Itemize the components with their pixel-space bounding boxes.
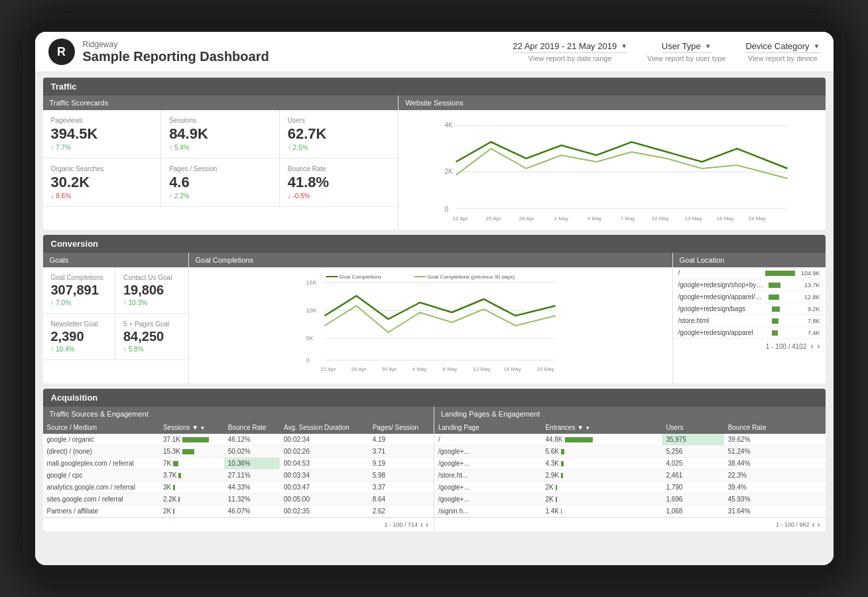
scorecard-pageviews: Pageviews 394.5K ↑ 7.7% (43, 110, 162, 159)
svg-text:5K: 5K (306, 335, 313, 342)
svg-text:12 May: 12 May (473, 366, 490, 372)
header-left: R Ridgeway Sample Reporting Dashboard (48, 38, 269, 65)
landing-pagination: 1 - 100 / 962 ‹ › (434, 517, 826, 531)
source-medium: Partners / affiliate (43, 505, 159, 517)
bounce-cell: 38.44% (724, 458, 826, 470)
location-val: 12.8K (804, 294, 820, 300)
goal-completions-svg: 15K 10K 5K 0 (194, 273, 667, 375)
location-next-arrow-icon[interactable]: › (818, 342, 820, 351)
device-dropdown[interactable]: Device Category ▼ (745, 41, 820, 53)
location-row: / 104.9K (673, 267, 826, 279)
scorecard-value-pageviews: 394.5K (51, 125, 153, 143)
goal-location-panel: Goal Location / 104.9K /google+redesign/… (673, 253, 826, 383)
sources-next-arrow-icon[interactable]: › (426, 520, 428, 529)
table-row: /store.ht... 2.9K 2,461 22.3% (434, 470, 826, 482)
device-value: Device Category (745, 41, 809, 51)
location-row: /google+redesign/apparel/m... 12.8K (673, 291, 826, 303)
location-bar (769, 295, 779, 300)
svg-text:1 May: 1 May (554, 216, 569, 222)
svg-text:16 May: 16 May (503, 366, 521, 372)
location-val: 7.4K (808, 330, 820, 336)
avg-duration: 00:05:00 (280, 494, 369, 505)
pages-session: 2.62 (369, 505, 434, 517)
goal-label-newsletter: Newsletter Goal (51, 320, 107, 328)
tablet-screen: R Ridgeway Sample Reporting Dashboard 22… (35, 32, 834, 565)
source-medium: google / cpc (43, 470, 159, 482)
date-filter-label: View report by date range (528, 54, 612, 62)
landing-prev-arrow-icon[interactable]: ‹ (812, 520, 815, 529)
pages-session: 5.98 (369, 470, 434, 482)
sessions-cell: 7K (159, 458, 224, 470)
table-row: (direct) / (none) 15.3K 50.02% 00:02:26 … (43, 446, 434, 458)
goal-value-5pages: 84,250 (123, 329, 180, 344)
users-cell: 5,256 (662, 446, 723, 458)
sources-pagination-text: 1 - 100 / 714 (384, 521, 418, 528)
goal-label-5pages: 5 + Pages Goal (123, 320, 180, 328)
th-avg-session: Avg. Session Duration (280, 421, 369, 434)
goal-completions-chart-panel: Goal Completions 15K 10K 5K 0 (189, 253, 673, 383)
sessions-cell: 3K (159, 482, 224, 494)
device-filter-group: Device Category ▼ View report by device (745, 41, 820, 62)
traffic-section-header: Traffic (43, 78, 826, 96)
location-bar-container (772, 318, 805, 324)
brand-name: Ridgeway (83, 40, 269, 49)
location-bar (772, 306, 780, 312)
landing-next-arrow-icon[interactable]: › (818, 520, 820, 529)
traffic-sources-table: Source / Medium Sessions ▼ Bounce Rate A… (43, 421, 434, 517)
svg-text:10K: 10K (306, 307, 316, 314)
svg-text:15K: 15K (306, 279, 316, 286)
entrances-cell: 2.9K (541, 470, 662, 482)
table-row: Partners / affiliate 2K 46.07% 00:02:35 … (43, 505, 434, 517)
avg-duration: 00:04:53 (280, 458, 369, 470)
goal-card-newsletter: Newsletter Goal 2,390 ↑ 10.4% (43, 314, 116, 360)
goals-panel: Goals Goal Completions 307,891 ↑ 7.0% Co… (43, 253, 189, 383)
scorecard-label-pages-session: Pages / Session (169, 165, 271, 172)
bounce-rate: 46.12% (224, 434, 280, 446)
device-filter-label: View report by device (748, 54, 818, 62)
conversion-section-body: Goals Goal Completions 307,891 ↑ 7.0% Co… (43, 253, 826, 383)
acquisition-section-body: Traffic Sources & Engagement Source / Me… (43, 407, 826, 531)
svg-text:4 May: 4 May (412, 366, 426, 372)
bounce-rate: 46.07% (224, 505, 280, 517)
th-entrances[interactable]: Entrances ▼ (541, 421, 662, 434)
scorecard-value-pages-session: 4.6 (169, 174, 271, 191)
header-filters: 22 Apr 2019 - 21 May 2019 ▼ View report … (513, 41, 820, 62)
scorecard-label-bounce: Bounce Rate (288, 165, 391, 172)
location-row: /google+redesign/apparel 7.4K (673, 327, 826, 339)
traffic-section: Traffic Traffic Scorecards Pageviews 394… (43, 78, 826, 230)
source-medium: analytics.google.com / referral (43, 482, 159, 494)
th-source-medium: Source / Medium (43, 421, 159, 434)
bounce-cell: 39.4% (724, 482, 826, 494)
svg-text:20 May: 20 May (536, 366, 554, 372)
location-bar (772, 330, 778, 336)
scorecard-label-sessions: Sessions (169, 117, 271, 124)
location-path: /google+redesign/bags (678, 305, 769, 312)
scorecard-sessions: Sessions 84.9K ↑ 5.4% (161, 110, 280, 159)
user-type-dropdown[interactable]: User Type ▼ (662, 41, 712, 53)
landing-page: /store.ht... (434, 470, 541, 482)
location-prev-arrow-icon[interactable]: ‹ (811, 342, 814, 351)
sessions-chart-header: Website Sessions (399, 96, 825, 110)
date-filter-dropdown[interactable]: 22 Apr 2019 - 21 May 2019 ▼ (513, 41, 627, 53)
location-val: 13.7K (804, 282, 820, 289)
users-cell: 2,461 (662, 470, 723, 482)
th-pages-session: Pages/ Session (369, 421, 434, 434)
source-medium: sites.google.com / referral (43, 494, 159, 505)
avg-duration: 00:03:34 (280, 470, 369, 482)
source-medium: mall.googleplex.com / referral (43, 458, 159, 470)
svg-text:19 May: 19 May (749, 216, 766, 222)
th-sessions[interactable]: Sessions ▼ (159, 421, 224, 434)
sources-prev-arrow-icon[interactable]: ‹ (420, 520, 423, 529)
date-arrow-icon: ▼ (621, 42, 627, 50)
bounce-cell: 51.24% (724, 446, 826, 458)
scorecard-change-pageviews: ↑ 7.7% (51, 144, 153, 151)
table-row: analytics.google.com / referral 3K 44.33… (43, 482, 434, 494)
table-row: /google+... 2K 1,696 45.93% (434, 494, 826, 505)
svg-text:7 May: 7 May (621, 216, 635, 222)
pages-session: 8.64 (369, 494, 434, 505)
pages-session: 3.71 (369, 446, 434, 458)
date-filter-group: 22 Apr 2019 - 21 May 2019 ▼ View report … (513, 41, 627, 62)
bounce-rate: 27.11% (224, 470, 280, 482)
scorecard-label-organic: Organic Searches (51, 165, 153, 172)
scorecards-grid: Pageviews 394.5K ↑ 7.7% Sessions 84.9K ↑… (43, 110, 399, 207)
